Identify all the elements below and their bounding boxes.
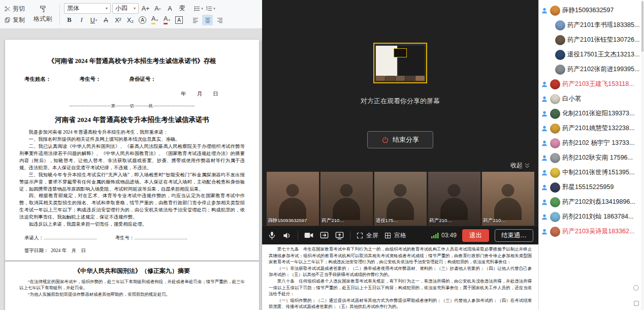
- shrink-font-button[interactable]: A-: [152, 3, 163, 14]
- strikethrough-button[interactable]: A: [101, 15, 111, 25]
- end-share-button[interactable]: 结束分享: [367, 131, 433, 148]
- avatar: [550, 94, 560, 104]
- video-tile[interactable]: 药产210…: [482, 172, 534, 226]
- square-indicator-icon[interactable]: [634, 301, 639, 306]
- participant-name: 中制2101张世博151395...: [562, 168, 634, 177]
- avatar: [550, 79, 560, 89]
- highlight-color-button[interactable]: A ▾: [149, 15, 160, 25]
- bold-button[interactable]: B: [64, 15, 75, 25]
- format-painter-label: 格式刷: [34, 15, 52, 23]
- participant-name: 药剂2102 杨宇宁 13733...: [562, 139, 634, 147]
- participant-row[interactable]: 药产2102刘磊13419896...: [539, 195, 644, 209]
- fullscreen-button[interactable]: 全屏: [356, 231, 378, 240]
- participant-row[interactable]: 中制2101张世博151395...: [539, 165, 644, 180]
- exit-button[interactable]: 退出: [462, 229, 489, 242]
- character-border-button[interactable]: A: [174, 15, 184, 25]
- format-painter-button[interactable]: 格式刷: [30, 2, 55, 27]
- switch-share-icon[interactable]: [319, 231, 329, 240]
- copy-button[interactable]: 复制: [4, 16, 25, 24]
- align-right-button[interactable]: [214, 15, 225, 25]
- align-left-button[interactable]: [190, 15, 201, 25]
- app-window: 剪切 复制 格式刷 黑体 ▾ 小四 ▾ A+ A-: [0, 0, 644, 310]
- enclose-characters-button[interactable]: A: [137, 15, 148, 25]
- font-name-select[interactable]: 黑体 ▾: [64, 3, 111, 14]
- video-tile-name: 薛静15093632597: [268, 218, 307, 224]
- superscript-button[interactable]: X²: [113, 15, 123, 25]
- document-title: 河南省 2024 年普通高校专升本招生考生诚信承诺书: [19, 115, 245, 125]
- italic-button[interactable]: I: [76, 15, 87, 25]
- document-page-1[interactable]: 《河南省 2024 年普通高校专升本招生考生诚信承诺书》存根 考生姓名： 考生号…: [5, 40, 259, 310]
- shared-screen-preview[interactable]: [373, 43, 427, 83]
- participant-row[interactable]: 药剂2102 杨宇宁 13733...: [539, 136, 644, 150]
- participant-name: 薛静15093632597: [562, 6, 614, 15]
- cut-button[interactable]: 剪切: [4, 5, 25, 13]
- end-call-button[interactable]: 结束通…: [495, 229, 533, 242]
- participant-silhouette-body: [387, 198, 414, 220]
- circle-indicator-icon[interactable]: [633, 285, 639, 291]
- font-color-button[interactable]: A ▾: [162, 15, 172, 25]
- video-tile[interactable]: 薛静15093632597: [267, 172, 319, 226]
- fullscreen-icon: [356, 232, 364, 239]
- participant-row[interactable]: 药产2101张钰莹130726...: [539, 33, 644, 47]
- participant-row[interactable]: 药产2103王建飞153118...: [539, 77, 644, 91]
- participants-scrollbar[interactable]: [641, 0, 644, 310]
- chevron-down-icon: ▾: [156, 18, 158, 22]
- paragraph: 我是参加河南省 2024 年普通高校专升本招生的考生，我郑重承诺：: [19, 129, 245, 136]
- video-tile[interactable]: 药产210…: [428, 172, 480, 226]
- microphone-icon[interactable]: [267, 231, 277, 240]
- person-icon: [541, 7, 548, 14]
- stub-fields: 考生姓名： 考生号： 身份证号：: [19, 76, 245, 83]
- paragraph: 如违反以上承诺，我愿意承担一切责任，接受相应处理。: [19, 221, 245, 228]
- participant-row[interactable]: 药产2101李书瑶183385...: [539, 18, 644, 33]
- participant-row[interactable]: 化制2101张迎阳139373...: [539, 106, 644, 121]
- participant-name: 退役17501王文杰13213...: [567, 50, 639, 59]
- meeting-share-overlay: 对方正在观看你分享的屏幕 结束分享 收起 薛静15093632597 药产210…: [262, 0, 538, 244]
- grid-icon: [384, 232, 392, 239]
- video-tile[interactable]: 药产210…: [320, 172, 373, 226]
- video-tile-name: 退役175…: [376, 218, 398, 224]
- participant-row[interactable]: 药产2103吴诗晨183362...: [539, 224, 644, 239]
- law-paragraph: “在法律规定的国家考试中，组织作弊的，处三年以下有期徒刑或者拘役，并处或者单处罚…: [19, 279, 245, 291]
- subscript-button[interactable]: X₂: [125, 15, 136, 25]
- participant-row[interactable]: 药剂2101刘灿 1863784...: [539, 209, 644, 224]
- video-tile[interactable]: 退役175…: [374, 172, 427, 226]
- scrollbar-thumb[interactable]: [641, 1, 643, 52]
- stub-title: 《河南省 2024 年普通高校专升本招生考生诚信承诺书》存根: [19, 57, 245, 66]
- number-list-button[interactable]: ▾: [205, 3, 216, 14]
- grow-font-button[interactable]: A+: [140, 3, 151, 14]
- candidate-no-label: 考生号：: [80, 76, 101, 83]
- page2-text-block: 第七十九条 考生在国家教育考试中有下列行为之一的，由组织考试的教育考试机构工作人…: [269, 246, 532, 310]
- participant-row[interactable]: 药剂2102耿安南 17596...: [539, 150, 644, 165]
- font-color-glyph: A: [164, 16, 168, 24]
- underline-button[interactable]: U ▾: [88, 15, 99, 25]
- participant-row[interactable]: 药产2101姚慧莹132238...: [539, 121, 644, 136]
- font-size-select[interactable]: 小四 ▾: [112, 3, 139, 14]
- participants-list: 薛静15093632597 药产2101李书瑶183385... 药产2101张…: [539, 0, 644, 239]
- video-tile-name: 药产210…: [430, 218, 452, 224]
- font-group: 黑体 ▾ 小四 ▾ A+ A- A 变 ▾ ▾: [64, 2, 225, 27]
- highlight-glyph: A: [151, 16, 155, 24]
- participant-row[interactable]: 薛静15093632597: [539, 3, 644, 18]
- person-icon: [541, 81, 548, 88]
- video-strip: 薛静15093632597 药产210… 退役175… 药产210… 药: [262, 172, 538, 226]
- text-effects-button[interactable]: A: [165, 3, 175, 14]
- grid-view-label: 宫格: [394, 231, 406, 240]
- participant-row[interactable]: 白小茗: [539, 91, 644, 106]
- camera-icon[interactable]: [304, 230, 314, 240]
- participant-row[interactable]: 药产2102张前进199395...: [539, 62, 644, 77]
- align-center-button[interactable]: [202, 15, 213, 25]
- bullet-list-button[interactable]: ▾: [193, 3, 204, 14]
- collapse-button[interactable]: 收起: [510, 161, 530, 170]
- speaker-icon[interactable]: [282, 231, 292, 240]
- paragraph: 三、我知晓今年专升本招生考试实行“无声入场”，即入场检查时“智能安检门”和金属探…: [19, 172, 245, 193]
- pinyin-guide-button[interactable]: 变: [177, 3, 187, 14]
- screen-share-icon[interactable]: [335, 231, 344, 240]
- participant-row[interactable]: 邢星15515225959: [539, 180, 644, 195]
- signal-bars-icon: [431, 232, 439, 239]
- grid-view-button[interactable]: 宫格: [384, 231, 406, 240]
- connection-timer: 03:49: [431, 232, 457, 239]
- participant-row[interactable]: 退役17501王文杰13213...: [539, 47, 644, 62]
- participant-silhouette-head: [394, 184, 407, 197]
- scissors-icon: [4, 6, 11, 12]
- chevron-down-icon: ▾: [201, 7, 203, 11]
